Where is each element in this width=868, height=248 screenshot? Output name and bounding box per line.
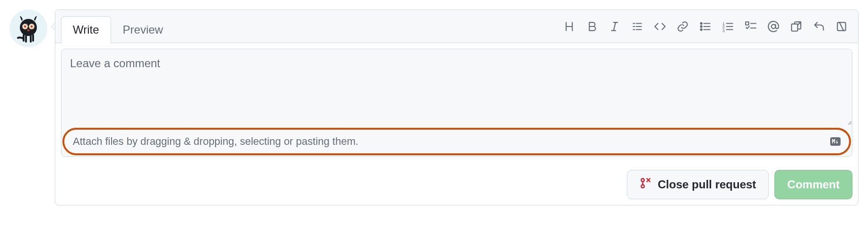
italic-icon[interactable] [608, 20, 621, 33]
octocat-icon [13, 13, 43, 44]
code-icon[interactable] [654, 20, 666, 33]
svg-rect-12 [746, 22, 749, 25]
saved-replies-icon[interactable] [835, 20, 848, 33]
close-button-label: Close pull request [658, 178, 756, 191]
svg-point-4 [31, 26, 33, 27]
svg-point-7 [701, 26, 702, 27]
unordered-list-icon[interactable] [699, 20, 712, 33]
reply-icon[interactable] [813, 20, 825, 33]
svg-point-6 [701, 22, 702, 24]
svg-point-8 [701, 28, 702, 30]
git-pull-request-closed-icon [640, 177, 652, 192]
svg-point-13 [772, 24, 776, 28]
comment-button-label: Comment [787, 178, 840, 191]
attach-hint-text: Attach files by dragging & dropping, sel… [73, 135, 358, 148]
tab-header: Write Preview 123 [55, 10, 858, 43]
markdown-icon[interactable]: M↓ [830, 137, 841, 146]
comment-button[interactable]: Comment [774, 170, 852, 199]
comment-textarea[interactable] [61, 49, 852, 125]
avatar [9, 9, 47, 47]
comment-composer: Write Preview 123 [55, 9, 859, 205]
svg-point-5 [27, 29, 30, 31]
bold-icon[interactable] [586, 20, 598, 33]
cross-reference-icon[interactable] [790, 20, 802, 33]
svg-point-3 [24, 26, 26, 27]
link-icon[interactable] [677, 20, 689, 33]
tab-write[interactable]: Write [61, 16, 111, 43]
svg-text:3: 3 [722, 28, 725, 32]
svg-rect-14 [791, 24, 798, 31]
attach-files-bar[interactable]: Attach files by dragging & dropping, sel… [62, 128, 851, 155]
mention-icon[interactable] [767, 20, 780, 33]
markdown-toolbar: 123 [563, 20, 852, 38]
ordered-list-icon[interactable]: 123 [722, 20, 734, 33]
tab-preview[interactable]: Preview [111, 16, 175, 43]
tasklist-icon[interactable] [745, 20, 757, 33]
close-pull-request-button[interactable]: Close pull request [627, 170, 769, 199]
heading-icon[interactable] [563, 20, 575, 33]
quote-icon[interactable] [631, 20, 643, 33]
